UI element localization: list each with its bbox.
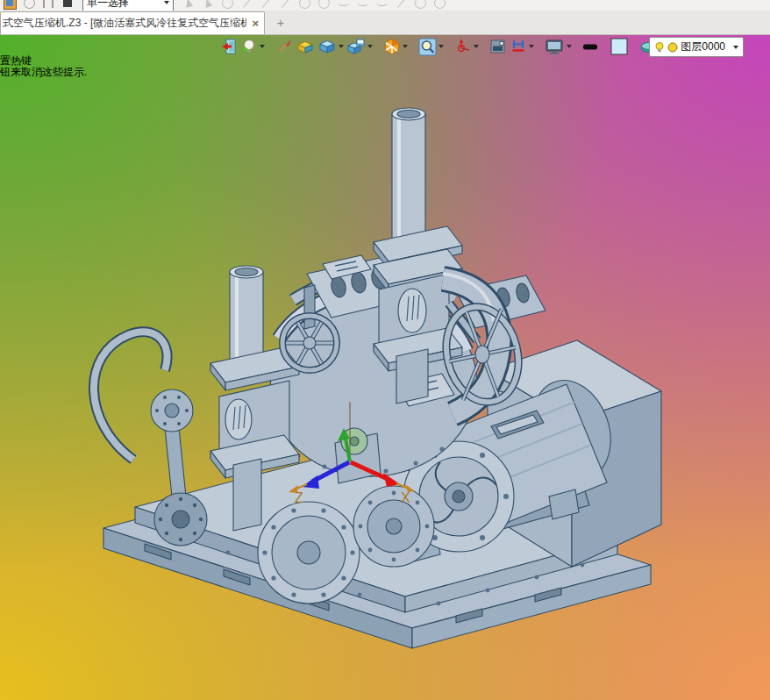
chevron-down-icon[interactable] xyxy=(403,45,408,48)
exit-icon[interactable] xyxy=(220,38,238,55)
paint-brush-icon[interactable] xyxy=(275,38,293,55)
snap-dots-icon[interactable] xyxy=(237,0,256,11)
line-width-icon[interactable] xyxy=(582,38,599,55)
chevron-down-icon[interactable] xyxy=(367,45,373,48)
pick-filter-icon[interactable] xyxy=(198,0,217,11)
visibility-bulb-icon[interactable] xyxy=(240,38,265,55)
regen-icon[interactable] xyxy=(19,0,39,11)
chevron-down-icon[interactable] xyxy=(438,45,444,48)
slash-tool-icon[interactable] xyxy=(391,0,410,11)
background-swatch-icon[interactable] xyxy=(610,37,629,56)
line-tool-icon[interactable] xyxy=(256,0,275,11)
chevron-down-icon xyxy=(164,1,169,4)
history-bars-icon[interactable] xyxy=(39,0,58,11)
selection-mode-combo[interactable]: 单一选择 xyxy=(82,0,174,11)
pick-cursor-icon[interactable] xyxy=(179,0,198,11)
display-monitor-icon[interactable] xyxy=(545,38,572,55)
zw3d-cad-window: { "window": { "tab": { "title": "式空气压缩机.… xyxy=(0,0,770,700)
curve-tool-icon[interactable] xyxy=(353,0,372,11)
spline-tool-icon[interactable] xyxy=(333,0,353,11)
quick-access-toolbar: 单一选择 xyxy=(0,0,770,11)
layer-combo[interactable]: 图层0000 xyxy=(649,37,744,57)
pan-hand-icon[interactable] xyxy=(410,0,430,11)
graphics-viewport[interactable]: 置热键钮来取消这些提示. xyxy=(0,34,770,700)
cube-window-icon[interactable] xyxy=(346,38,373,55)
hint-line1: 置热键 xyxy=(0,54,32,67)
image-capture-icon[interactable] xyxy=(489,38,507,55)
play-circle-icon[interactable] xyxy=(217,0,237,11)
document-tab-title: 式空气压缩机.Z3 - [微油活塞式风冷往复式空气压缩机] xyxy=(3,16,246,31)
stop-icon[interactable] xyxy=(58,0,77,11)
zoom-magnifier-icon[interactable] xyxy=(418,38,444,56)
document-tab[interactable]: 式空气压缩机.Z3 - [微油活塞式风冷往复式空气压缩机] × xyxy=(0,11,265,34)
constraint-clamp-icon[interactable] xyxy=(510,38,534,55)
selection-mode-value: 单一选择 xyxy=(87,0,129,11)
rotate-hand-icon[interactable] xyxy=(430,0,449,11)
hint-line2: 钮来取消这些提示. xyxy=(0,66,87,78)
chevron-down-icon[interactable] xyxy=(529,45,534,48)
arc-tool-icon[interactable] xyxy=(314,0,333,11)
document-tab-bar: 式空气压缩机.Z3 - [微油活塞式风冷往复式空气压缩机] × + xyxy=(0,11,770,35)
chevron-down-icon[interactable] xyxy=(733,46,738,49)
layer-color-dot-icon xyxy=(667,42,678,53)
arc3-tool-icon[interactable] xyxy=(372,0,391,11)
datum-axes-icon[interactable] xyxy=(454,38,479,55)
tab-close-icon[interactable]: × xyxy=(252,17,259,30)
chevron-down-icon[interactable] xyxy=(567,45,572,48)
layer-visibility-bulb-icon xyxy=(654,41,665,54)
chevron-down-icon[interactable] xyxy=(260,45,265,48)
open-file-icon[interactable] xyxy=(0,0,19,11)
chevron-down-icon[interactable] xyxy=(474,45,479,48)
hint-text: 置热键钮来取消这些提示. xyxy=(0,55,87,78)
section-view-icon[interactable] xyxy=(383,38,408,55)
new-tab-button[interactable]: + xyxy=(272,13,289,31)
solid-cube-icon[interactable] xyxy=(317,38,344,55)
circle-tool-icon[interactable] xyxy=(295,0,314,11)
polyline-tool-icon[interactable] xyxy=(275,0,295,11)
chevron-down-icon[interactable] xyxy=(339,45,344,48)
layer-combo-value: 图层0000 xyxy=(681,39,725,54)
show-target-box-icon[interactable] xyxy=(296,38,315,55)
da-toolbar xyxy=(220,37,668,56)
